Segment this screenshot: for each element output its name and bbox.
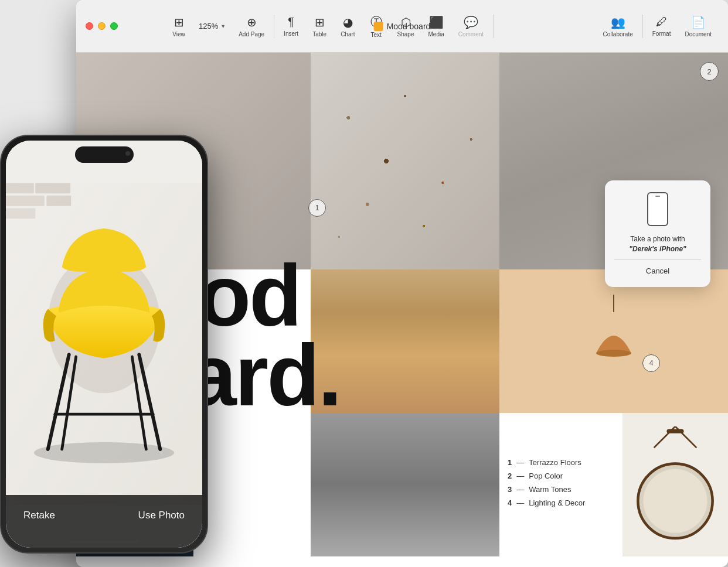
image-rug [311, 413, 499, 556]
toolbar-comment[interactable]: 💬 Comment [451, 12, 491, 41]
collaborate-icon: 👥 [611, 15, 625, 29]
list-label-1: Terrazzo Floors [529, 458, 581, 467]
phone-icon [647, 192, 668, 226]
list-dash-4: — [516, 498, 524, 507]
image-mirror [622, 413, 728, 556]
toolbar-table[interactable]: ⊞ Table [305, 12, 334, 41]
image-grid-wood-rug [311, 269, 499, 556]
image-wood [311, 269, 499, 413]
list-dash-2: — [516, 472, 524, 480]
minimize-button[interactable] [98, 22, 106, 30]
chart-label: Chart [341, 31, 355, 37]
svg-rect-17 [6, 196, 45, 206]
page-num-2: 2 [700, 62, 719, 81]
list-num-4: 4 [508, 498, 512, 507]
shape-label: Shape [397, 31, 414, 37]
iphone-device: Retake Use Photo [0, 135, 217, 556]
add-page-icon: ⊕ [247, 15, 257, 29]
comment-icon: 💬 [464, 15, 478, 29]
title-text: Mood board [387, 22, 431, 31]
svg-rect-6 [666, 429, 683, 433]
svg-point-1 [596, 350, 631, 357]
page-num-4: 4 [642, 354, 660, 372]
iphone-body: Retake Use Photo [0, 135, 208, 554]
list-num-2: 2 [508, 472, 512, 480]
page-num-1: 1 [308, 199, 326, 217]
toolbar-chart[interactable]: ◕ Chart [334, 12, 362, 41]
list-area: 1 — Terrazzo Floors 2 — Pop Color 3 [499, 413, 622, 556]
chair-photo [6, 141, 202, 548]
list-item-2: 2 — Pop Color [508, 472, 614, 480]
insert-icon: ¶ [288, 15, 294, 29]
popup-text: Take a photo with "Derek's iPhone" [629, 234, 686, 254]
divider-2 [493, 15, 494, 38]
titlebar: Mood board ⊞ View 125% ▼ ⊕ Add Page ¶ [76, 0, 728, 53]
zoom-label: 125% [199, 22, 218, 30]
list-item-3: 3 — Warm Tones [508, 485, 614, 494]
collaborate-label: Collaborate [603, 31, 633, 37]
list-label-2: Pop Color [529, 472, 563, 480]
list-label-3: Warm Tones [529, 485, 571, 494]
toolbar-zoom[interactable]: 125% ▼ [193, 18, 232, 34]
media-icon: ⬛ [429, 15, 444, 29]
svg-point-14 [34, 442, 174, 463]
format-icon: 🖊 [656, 15, 668, 29]
list-label-4: Lighting & Decor [529, 498, 585, 507]
table-label: Table [312, 31, 326, 37]
mirror-svg [628, 426, 722, 544]
list-num-3: 3 [508, 485, 512, 494]
svg-rect-15 [6, 183, 34, 193]
popup-divider [614, 259, 701, 259]
image-terrazzo [311, 53, 499, 269]
use-photo-button[interactable]: Use Photo [138, 510, 185, 521]
media-label: Media [428, 31, 444, 37]
svg-point-5 [643, 469, 707, 532]
lamp-svg [579, 295, 649, 388]
add-page-label: Add Page [239, 31, 264, 37]
divider-1 [274, 15, 274, 38]
svg-rect-16 [35, 183, 70, 193]
zoom-chevron-icon: ▼ [220, 23, 226, 29]
svg-rect-18 [46, 196, 71, 206]
comment-label: Comment [458, 31, 484, 37]
list-item-1: 1 — Terrazzo Floors [508, 458, 614, 467]
view-label: View [172, 31, 185, 37]
toolbar: ⊞ View 125% ▼ ⊕ Add Page ¶ Insert ⊞ [165, 11, 496, 42]
iphone-camera-dot [125, 151, 130, 156]
traffic-lights [86, 22, 118, 30]
list-item-4: 4 — Lighting & Decor [508, 498, 614, 507]
toolbar-add-page[interactable]: ⊕ Add Page [232, 12, 271, 41]
divider-3 [642, 15, 643, 38]
fullscreen-button[interactable] [110, 22, 118, 30]
retake-button[interactable]: Retake [23, 510, 55, 521]
cancel-button[interactable]: Cancel [646, 264, 669, 278]
view-icon: ⊞ [174, 15, 184, 29]
window-title: Mood board [374, 22, 431, 31]
document-icon: 📄 [691, 15, 706, 29]
chair-svg [6, 141, 202, 548]
iphone-notch [75, 146, 134, 163]
toolbar-insert[interactable]: ¶ Insert [277, 12, 305, 40]
format-label: Format [652, 30, 671, 37]
chart-icon: ◕ [343, 15, 353, 29]
list-dash-1: — [516, 458, 524, 467]
close-button[interactable] [86, 22, 93, 30]
list-num-1: 1 [508, 458, 512, 467]
table-icon: ⊞ [315, 15, 325, 29]
toolbar-collaborate[interactable]: 👥 Collaborate [596, 12, 640, 41]
toolbar-format[interactable]: 🖊 Format [645, 12, 678, 40]
list-dash-3: — [516, 485, 524, 494]
image-lamp [499, 269, 728, 413]
svg-rect-19 [6, 208, 35, 218]
image-grid-lamp-mirror: 1 — Terrazzo Floors 2 — Pop Color 3 [499, 269, 728, 556]
toolbar-document[interactable]: 📄 Document [678, 12, 719, 41]
list-mirror-area: 1 — Terrazzo Floors 2 — Pop Color 3 [499, 413, 728, 556]
insert-label: Insert [284, 30, 298, 37]
toolbar-view[interactable]: ⊞ View [165, 12, 193, 41]
iphone-bottom-bar: Retake Use Photo [6, 495, 202, 548]
iphone-screen: Retake Use Photo [6, 141, 202, 548]
app-icon [374, 22, 383, 31]
take-photo-popup: Take a photo with "Derek's iPhone" Cance… [605, 180, 710, 287]
document-label: Document [685, 31, 712, 37]
text-label: Text [370, 32, 381, 38]
